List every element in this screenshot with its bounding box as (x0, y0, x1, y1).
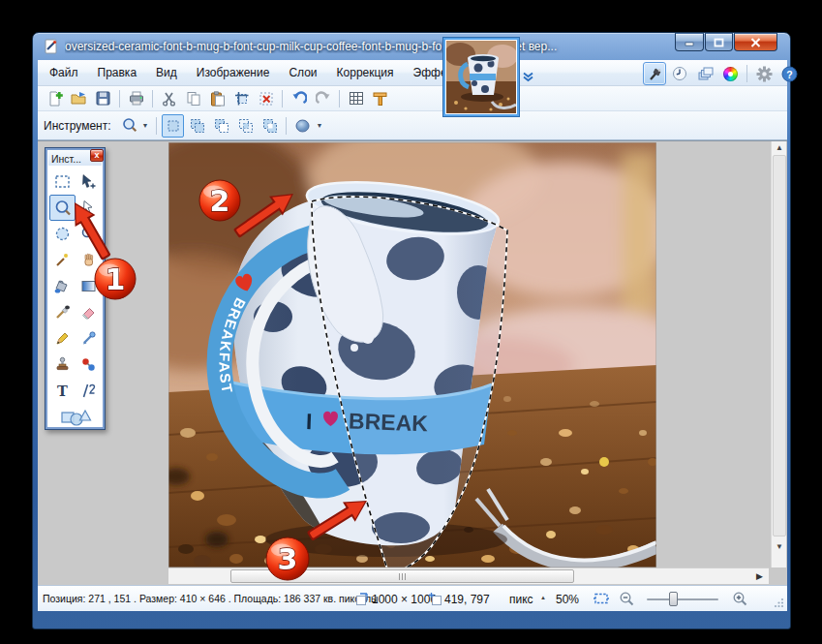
scroll-up-arrow[interactable]: ▲ (772, 141, 787, 155)
paste-button[interactable] (206, 88, 228, 109)
undo-button[interactable] (288, 88, 310, 109)
tool-eraser[interactable] (76, 299, 102, 325)
tools-window-button[interactable] (643, 62, 666, 85)
move-pixels-icon (80, 173, 97, 190)
horizontal-scrollbar[interactable]: ▶ (168, 567, 769, 584)
menu-edit[interactable]: Правка (88, 62, 147, 83)
help-button[interactable]: ? (777, 62, 801, 85)
zoom-to-window-icon[interactable] (593, 591, 610, 606)
horizontal-scrollbar-thumb[interactable] (230, 569, 574, 583)
units-dropdown[interactable]: пикс (509, 593, 533, 606)
print-button[interactable] (125, 88, 147, 109)
tool-gradient[interactable] (76, 273, 102, 299)
ruler-button[interactable] (369, 88, 391, 109)
selection-mode-union[interactable] (186, 114, 208, 138)
quality-dropdown-arrow[interactable]: ▼ (316, 122, 322, 129)
close-button[interactable] (734, 33, 777, 51)
redo-button[interactable] (312, 88, 334, 109)
tools-palette: Инст... x (45, 147, 106, 430)
grid-button[interactable] (345, 88, 367, 109)
intersect-mode-icon (238, 118, 254, 134)
current-tool-button[interactable] (118, 115, 140, 137)
menu-image[interactable]: Изображение (187, 62, 280, 83)
units-dropdown-arrow[interactable]: ▲ (540, 595, 546, 600)
tool-line-curve[interactable] (76, 378, 102, 404)
selection-mode-intersect[interactable] (234, 114, 257, 138)
maximize-button[interactable] (705, 33, 733, 51)
tool-paintbrush[interactable] (49, 299, 76, 325)
separator (156, 117, 157, 135)
tools-palette-close-button[interactable]: x (90, 149, 104, 162)
tool-color-picker[interactable] (76, 325, 102, 352)
save-button[interactable] (92, 88, 114, 109)
zoom-out-icon[interactable] (619, 591, 635, 607)
color-wheel-icon (723, 67, 738, 81)
menu-adjustments[interactable]: Коррекция (327, 62, 404, 83)
tool-magic-wand[interactable] (49, 247, 76, 273)
tool-clone-stamp[interactable] (49, 352, 76, 378)
printer-icon (129, 91, 144, 107)
separator (152, 90, 153, 107)
vertical-scrollbar-thumb[interactable] (773, 155, 786, 537)
cut-button[interactable] (158, 88, 180, 109)
selection-quality-button[interactable] (291, 114, 314, 138)
shapes-icon (59, 409, 92, 426)
tool-lasso-select[interactable] (49, 195, 76, 221)
text-tool-icon: T (54, 383, 71, 399)
separator (286, 117, 287, 135)
tool-move-selection[interactable] (76, 195, 102, 221)
pencil-icon (54, 330, 71, 347)
menu-view[interactable]: Вид (146, 62, 187, 83)
crop-button[interactable] (230, 88, 253, 109)
scroll-down-arrow[interactable]: ▼ (772, 540, 787, 554)
tool-text[interactable]: T (49, 378, 76, 404)
new-document-button[interactable] (44, 88, 66, 109)
tool-paint-bucket[interactable] (49, 273, 76, 299)
main-toolbar (38, 86, 787, 111)
paintbrush-icon (54, 304, 71, 321)
tool-move-selected-pixels[interactable] (76, 169, 102, 195)
copy-button[interactable] (182, 88, 204, 109)
open-button[interactable] (68, 88, 90, 109)
zoom-level-value[interactable]: 50% (556, 593, 579, 606)
tool-rectangle-select[interactable] (49, 169, 76, 195)
selection-mode-subtract[interactable] (210, 114, 232, 138)
paintnet-window: oversized-ceramic-font-b-mug-b-font-cup-… (32, 32, 791, 629)
xor-mode-icon (262, 118, 278, 134)
title-bar[interactable]: oversized-ceramic-font-b-mug-b-font-cup-… (33, 33, 790, 60)
zoom-slider-track[interactable] (647, 598, 718, 600)
colors-window-button[interactable] (718, 62, 742, 85)
tool-pencil[interactable] (49, 325, 76, 352)
tool-shapes[interactable] (49, 404, 102, 430)
scroll-right-arrow[interactable]: ▶ (756, 568, 763, 585)
layers-icon (697, 66, 714, 81)
tool-recolor[interactable] (76, 352, 102, 378)
tool-pan[interactable] (76, 247, 102, 273)
gradient-icon (80, 278, 97, 294)
open-image-thumbnail[interactable] (443, 38, 519, 116)
zoom-magnifier-icon (80, 226, 97, 242)
zoom-in-icon[interactable] (732, 591, 748, 607)
zoom-slider-thumb[interactable] (669, 592, 678, 606)
tool-ellipse-select[interactable] (49, 221, 76, 247)
cursor-position-value: 419, 797 (444, 593, 490, 606)
selection-mode-xor[interactable] (259, 114, 281, 138)
tool-zoom[interactable] (76, 221, 102, 247)
deselect-icon (259, 91, 274, 107)
resize-grip[interactable] (774, 598, 784, 608)
tool-dropdown-arrow[interactable]: ▼ (142, 122, 149, 129)
settings-gear-icon (756, 66, 773, 82)
history-window-button[interactable] (668, 62, 691, 85)
vertical-scrollbar[interactable]: ▲ ▼ (771, 141, 786, 567)
cursor-position-icon (428, 592, 442, 606)
minimize-button[interactable] (675, 33, 704, 51)
image-canvas[interactable]: I BREAK BREAKFAST (168, 142, 656, 567)
image-list-chevron-icon[interactable] (522, 72, 534, 82)
menu-layers[interactable]: Слои (279, 62, 326, 83)
replace-mode-icon (166, 118, 181, 134)
deselect-button[interactable] (255, 88, 277, 109)
layers-window-button[interactable] (693, 62, 716, 85)
menu-file[interactable]: Файл (40, 62, 88, 83)
selection-mode-replace[interactable] (162, 114, 184, 138)
settings-button[interactable] (752, 62, 776, 85)
